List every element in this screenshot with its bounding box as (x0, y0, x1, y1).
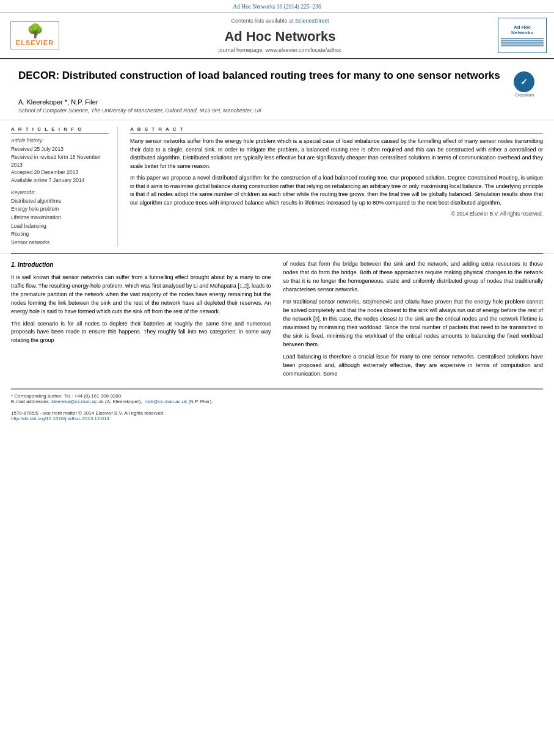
body-col-right: of nodes that form the bridge between th… (283, 260, 544, 382)
article-title-row: DECOR: Distributed construction of load … (18, 69, 536, 93)
body-section: 1. Introduction It is well known that se… (0, 254, 554, 388)
email-label: E-mail addresses: (11, 399, 50, 404)
keywords-list: Distributed algorithms Energy hole probl… (11, 197, 109, 247)
email1-name: (A. Kleerekoper), (105, 399, 142, 404)
keyword-5: Routing (11, 230, 109, 239)
received-date: Received 25 July 2013 (11, 145, 109, 153)
crossmark-label: CrossMark (514, 93, 536, 97)
doi-link[interactable]: http://dx.doi.org/10.1016/j.adhoc.2013.1… (11, 416, 109, 421)
abstract-col: A B S T R A C T Many sensor networks suf… (130, 126, 543, 247)
article-info-col: A R T I C L E I N F O Article history: R… (11, 126, 118, 247)
keywords-label: Keywords: (11, 189, 109, 195)
elsevier-tree-icon: 🌳 (15, 24, 55, 38)
article-history-items: Received 25 July 2013 Received in revise… (11, 145, 109, 184)
email-line: E-mail addresses: kleereka@cs.man.ac.uk … (11, 399, 543, 404)
footnote-section: * Corresponding author. Tel.: +44 (0) 16… (11, 389, 543, 408)
crossmark-badge: ✓ CrossMark (514, 71, 536, 93)
affiliation-line: School of Computer Science, The Universi… (18, 107, 536, 114)
keyword-1: Distributed algorithms (11, 197, 109, 206)
ref-3[interactable]: 3 (315, 316, 318, 322)
available-date: Available online 7 January 2014 (11, 176, 109, 184)
keyword-6: Sensor networks (11, 239, 109, 247)
abstract-text: Many sensor networks suffer from the ene… (130, 137, 543, 207)
elsevier-box: 🌳 ELSEVIER (10, 21, 59, 49)
article-info-label: A R T I C L E I N F O (11, 126, 109, 134)
authors-text: A. Kleerekoper *, N.P. Filer (18, 98, 98, 106)
body-col2-p1: of nodes that form the bridge between th… (283, 260, 544, 294)
email2-name: (N.P. Filer). (188, 399, 213, 404)
top-bar: Ad Hoc Networks 16 (2014) 225–236 (0, 0, 554, 13)
copyright-line: © 2014 Elsevier B.V. All rights reserved… (130, 211, 543, 217)
authors-line: A. Kleerekoper *, N.P. Filer (18, 98, 536, 106)
article-section: DECOR: Distributed construction of load … (0, 59, 554, 120)
adhoc-logo-box: Ad HocNetworks (498, 18, 547, 53)
footer-issn: 1570-8705/$ - see front matter © 2014 El… (11, 410, 543, 416)
body-col2-p3: Load balancing is therefore a crucial is… (283, 353, 544, 379)
adhoc-logo-lines (501, 37, 544, 47)
received-revised-date: Received in revised form 18 November 201… (11, 153, 109, 169)
corresponding-author: * Corresponding author. Tel.: +44 (0) 16… (11, 393, 543, 399)
footer-doi: http://dx.doi.org/10.1016/j.adhoc.2013.1… (11, 416, 543, 421)
section1-heading: 1. Introduction (11, 260, 271, 270)
keyword-2: Energy hole problem (11, 205, 109, 214)
body-col2-p2: For traditional sensor networks, Stojmen… (283, 298, 544, 349)
elsevier-logo: 🌳 ELSEVIER (7, 18, 62, 53)
ref-1[interactable]: 1,2 (239, 283, 247, 289)
contents-label: Contents lists available at (231, 18, 293, 24)
body-col1-p2: The ideal scenario is for all nodes to d… (11, 320, 271, 346)
email2-link[interactable]: nick@cs.man.ac.uk (145, 399, 187, 404)
journal-title-header: Ad Hoc Networks (224, 29, 335, 45)
header-section: 🌳 ELSEVIER Contents lists available at S… (0, 13, 554, 59)
journal-homepage: journal homepage: www.elsevier.com/locat… (218, 47, 341, 53)
homepage-label: journal homepage: www.elsevier.com/locat… (218, 47, 341, 53)
article-title: DECOR: Distributed construction of load … (18, 69, 508, 82)
contents-line: Contents lists available at ScienceDirec… (231, 18, 329, 24)
email1-link[interactable]: kleereka@cs.man.ac.uk (51, 399, 104, 404)
info-abstract-section: A R T I C L E I N F O Article history: R… (0, 120, 554, 253)
abstract-label: A B S T R A C T (130, 126, 543, 134)
body-col1-p1: It is well known that sensor networks ca… (11, 274, 271, 316)
journal-citation: Ad Hoc Networks 16 (2014) 225–236 (233, 4, 321, 10)
body-col-left: 1. Introduction It is well known that se… (11, 260, 271, 382)
crossmark-icon: ✓ (514, 71, 534, 92)
keyword-4: Load balancing (11, 222, 109, 231)
adhoc-logo-top: Ad HocNetworks (511, 24, 533, 35)
science-direct-link[interactable]: ScienceDirect (295, 18, 329, 24)
footer-section: 1570-8705/$ - see front matter © 2014 El… (0, 408, 554, 424)
article-history-label: Article history: (11, 137, 109, 144)
body-two-col: 1. Introduction It is well known that se… (11, 260, 543, 382)
elsevier-brand: ELSEVIER (15, 39, 55, 46)
accepted-date: Accepted 20 December 2013 (11, 169, 109, 176)
keyword-3: Lifetime maximisation (11, 214, 109, 222)
page-wrapper: Ad Hoc Networks 16 (2014) 225–236 🌳 ELSE… (0, 0, 554, 756)
abstract-p2: In this paper we propose a novel distrib… (130, 174, 543, 207)
abstract-p1: Many sensor networks suffer from the ene… (130, 137, 543, 170)
header-center: Contents lists available at ScienceDirec… (68, 18, 492, 53)
